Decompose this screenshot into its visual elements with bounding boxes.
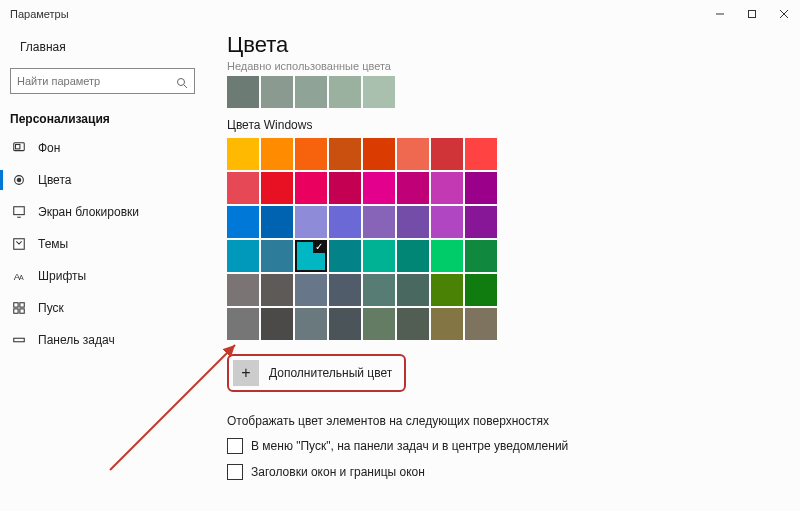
color-swatch[interactable] bbox=[431, 308, 463, 340]
color-swatch[interactable] bbox=[261, 172, 293, 204]
windows-colors-label: Цвета Windows bbox=[227, 118, 780, 132]
svg-point-9 bbox=[17, 178, 21, 182]
svg-rect-15 bbox=[14, 303, 18, 307]
checkbox-start-taskbar[interactable]: В меню "Пуск", на панели задач и в центр… bbox=[227, 438, 780, 454]
color-swatch[interactable] bbox=[295, 274, 327, 306]
color-swatch[interactable] bbox=[465, 274, 497, 306]
color-swatch[interactable] bbox=[329, 172, 361, 204]
nav-label: Темы bbox=[38, 237, 68, 251]
checkbox-label: Заголовки окон и границы окон bbox=[251, 465, 425, 479]
nav-label: Пуск bbox=[38, 301, 64, 315]
nav-icon bbox=[12, 301, 26, 315]
color-swatch[interactable] bbox=[261, 240, 293, 272]
custom-color-button[interactable]: + Дополнительный цвет bbox=[227, 354, 406, 392]
recent-colors-label: Недавно использованные цвета bbox=[227, 60, 780, 72]
sidebar-item-6[interactable]: Панель задач bbox=[0, 324, 205, 356]
sidebar-item-5[interactable]: Пуск bbox=[0, 292, 205, 324]
recent-colors-row bbox=[227, 76, 780, 108]
color-swatch[interactable] bbox=[431, 138, 463, 170]
svg-rect-19 bbox=[14, 338, 25, 342]
color-swatch[interactable] bbox=[363, 240, 395, 272]
section-title: Персонализация bbox=[0, 102, 205, 132]
color-swatch[interactable] bbox=[227, 138, 259, 170]
color-swatch[interactable] bbox=[363, 172, 395, 204]
color-swatch[interactable] bbox=[397, 274, 429, 306]
svg-rect-1 bbox=[749, 11, 756, 18]
svg-rect-7 bbox=[16, 145, 20, 149]
checkbox-titlebars[interactable]: Заголовки окон и границы окон bbox=[227, 464, 780, 480]
color-swatch[interactable] bbox=[295, 240, 327, 272]
maximize-button[interactable] bbox=[736, 0, 768, 28]
color-swatch[interactable] bbox=[329, 240, 361, 272]
recent-color-swatch[interactable] bbox=[295, 76, 327, 108]
color-swatch[interactable] bbox=[227, 172, 259, 204]
color-swatch[interactable] bbox=[295, 308, 327, 340]
color-swatch[interactable] bbox=[363, 206, 395, 238]
recent-color-swatch[interactable] bbox=[261, 76, 293, 108]
svg-point-4 bbox=[178, 79, 185, 86]
svg-rect-17 bbox=[14, 309, 18, 313]
nav-icon bbox=[12, 141, 26, 155]
titlebar: Параметры bbox=[0, 0, 800, 28]
color-swatch[interactable] bbox=[465, 206, 497, 238]
color-swatch[interactable] bbox=[227, 308, 259, 340]
color-swatch[interactable] bbox=[397, 240, 429, 272]
color-swatch[interactable] bbox=[295, 138, 327, 170]
sidebar-item-1[interactable]: Цвета bbox=[0, 164, 205, 196]
color-swatch[interactable] bbox=[465, 172, 497, 204]
recent-color-swatch[interactable] bbox=[363, 76, 395, 108]
recent-color-swatch[interactable] bbox=[227, 76, 259, 108]
color-swatch[interactable] bbox=[363, 138, 395, 170]
color-swatch[interactable] bbox=[329, 274, 361, 306]
home-label: Главная bbox=[20, 40, 66, 54]
color-swatch[interactable] bbox=[261, 308, 293, 340]
color-swatch[interactable] bbox=[329, 138, 361, 170]
svg-line-5 bbox=[184, 85, 187, 88]
search-field[interactable] bbox=[17, 75, 176, 87]
search-input[interactable] bbox=[10, 68, 195, 94]
nav-list: ФонЦветаЭкран блокировкиТемыAAШрифтыПуск… bbox=[0, 132, 205, 356]
color-swatch[interactable] bbox=[397, 138, 429, 170]
color-swatch[interactable] bbox=[431, 206, 463, 238]
color-swatch[interactable] bbox=[431, 274, 463, 306]
close-button[interactable] bbox=[768, 0, 800, 28]
color-swatch[interactable] bbox=[397, 308, 429, 340]
color-swatch[interactable] bbox=[431, 240, 463, 272]
sidebar-item-0[interactable]: Фон bbox=[0, 132, 205, 164]
windows-color-grid bbox=[227, 138, 780, 340]
nav-icon bbox=[12, 205, 26, 219]
color-swatch[interactable] bbox=[329, 308, 361, 340]
sidebar-item-2[interactable]: Экран блокировки bbox=[0, 196, 205, 228]
color-swatch[interactable] bbox=[465, 240, 497, 272]
home-button[interactable]: Главная bbox=[0, 34, 205, 60]
color-swatch[interactable] bbox=[261, 138, 293, 170]
recent-color-swatch[interactable] bbox=[329, 76, 361, 108]
color-swatch[interactable] bbox=[227, 274, 259, 306]
sidebar-item-3[interactable]: Темы bbox=[0, 228, 205, 260]
svg-rect-18 bbox=[20, 309, 24, 313]
color-swatch[interactable] bbox=[431, 172, 463, 204]
window-title: Параметры bbox=[10, 8, 69, 20]
page-title: Цвета bbox=[227, 32, 780, 58]
color-swatch[interactable] bbox=[363, 308, 395, 340]
search-icon bbox=[176, 75, 188, 87]
color-swatch[interactable] bbox=[227, 240, 259, 272]
color-swatch[interactable] bbox=[465, 308, 497, 340]
color-swatch[interactable] bbox=[261, 274, 293, 306]
minimize-button[interactable] bbox=[704, 0, 736, 28]
color-swatch[interactable] bbox=[397, 206, 429, 238]
nav-label: Панель задач bbox=[38, 333, 115, 347]
svg-rect-16 bbox=[20, 303, 24, 307]
color-swatch[interactable] bbox=[329, 206, 361, 238]
color-swatch[interactable] bbox=[295, 206, 327, 238]
color-swatch[interactable] bbox=[465, 138, 497, 170]
color-swatch[interactable] bbox=[397, 172, 429, 204]
nav-label: Шрифты bbox=[38, 269, 86, 283]
color-swatch[interactable] bbox=[261, 206, 293, 238]
color-swatch[interactable] bbox=[363, 274, 395, 306]
nav-icon bbox=[12, 333, 26, 347]
sidebar-item-4[interactable]: AAШрифты bbox=[0, 260, 205, 292]
color-swatch[interactable] bbox=[295, 172, 327, 204]
color-swatch[interactable] bbox=[227, 206, 259, 238]
checkbox-label: В меню "Пуск", на панели задач и в центр… bbox=[251, 439, 568, 453]
